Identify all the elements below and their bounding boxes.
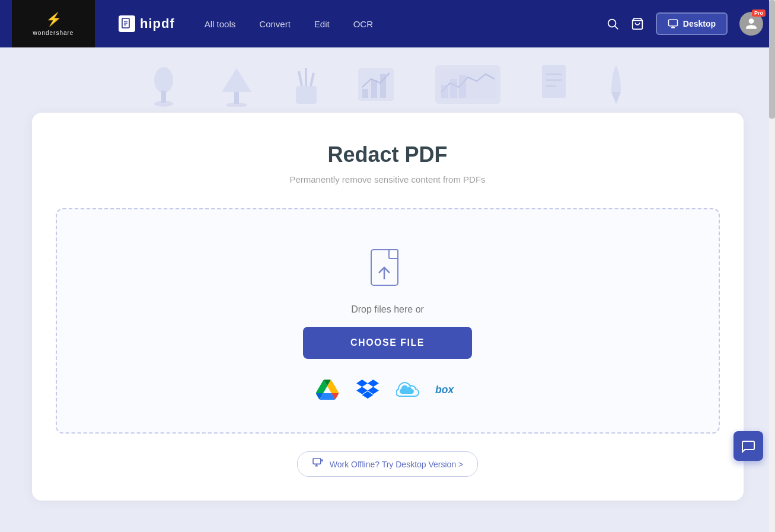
desktop-version-link[interactable]: Work Offline? Try Desktop Version > [56, 451, 720, 477]
pro-badge: Pro [752, 9, 766, 17]
chat-button[interactable] [733, 431, 763, 461]
svg-rect-29 [542, 65, 566, 98]
svg-rect-37 [313, 458, 321, 464]
wondershare-logo[interactable]: ⚡ wondershare [12, 0, 95, 47]
svg-rect-27 [450, 79, 457, 98]
search-button[interactable] [606, 17, 619, 30]
svg-rect-28 [459, 75, 466, 98]
svg-rect-26 [441, 85, 448, 98]
page-subtitle: Permanently remove sensitive content fro… [56, 174, 720, 184]
desktop-link-text: Work Offline? Try Desktop Version > [330, 460, 464, 469]
deco-monitor [432, 62, 503, 107]
desktop-link-icon [312, 458, 324, 470]
deco-pen [604, 62, 628, 107]
deco-plant [148, 62, 180, 107]
cart-button[interactable] [631, 17, 644, 30]
svg-line-5 [615, 26, 618, 29]
nav-ocr[interactable]: OCR [353, 19, 373, 29]
onedrive-button[interactable] [395, 377, 421, 403]
svg-line-19 [311, 73, 314, 86]
svg-line-17 [299, 71, 302, 86]
hipdf-label: hipdf [140, 16, 175, 31]
choose-file-button[interactable]: CHOOSE FILE [303, 327, 472, 359]
wondershare-text: wondershare [33, 30, 74, 36]
svg-rect-7 [668, 20, 677, 26]
svg-rect-16 [296, 86, 317, 104]
svg-point-15 [226, 103, 247, 107]
user-avatar[interactable]: Pro [739, 12, 763, 36]
scrollbar-thumb[interactable] [769, 0, 775, 119]
main-card: Redact PDF Permanently remove sensitive … [32, 113, 744, 501]
svg-point-12 [154, 101, 173, 107]
svg-rect-22 [371, 80, 377, 98]
svg-rect-34 [389, 250, 398, 259]
drop-zone[interactable]: Drop files here or CHOOSE FILE [56, 208, 720, 434]
svg-rect-14 [234, 92, 239, 104]
svg-rect-21 [362, 89, 368, 98]
deco-document [539, 62, 569, 107]
navbar: ⚡ wondershare hipdf All tools Convert Ed… [0, 0, 775, 47]
box-button[interactable]: box [435, 377, 461, 403]
deco-pencils [293, 62, 320, 107]
nav-actions: Desktop Pro [606, 12, 763, 36]
hipdf-logo[interactable]: hipdf [119, 15, 175, 32]
cloud-storage-icons: box [314, 377, 461, 403]
deco-chart [355, 62, 397, 107]
nav-edit[interactable]: Edit [314, 19, 330, 29]
nav-all-tools[interactable]: All tools [205, 19, 236, 29]
wondershare-icon: ⚡ [46, 12, 62, 27]
drop-text: Drop files here or [351, 304, 424, 315]
scrollbar[interactable] [769, 0, 775, 532]
dropbox-button[interactable] [355, 377, 381, 403]
page-title: Redact PDF [56, 142, 720, 167]
nav-convert[interactable]: Convert [259, 19, 291, 29]
hipdf-icon-box [119, 15, 135, 32]
google-drive-button[interactable] [314, 377, 340, 403]
hero-background [0, 47, 775, 107]
svg-marker-13 [222, 68, 251, 92]
deco-lamp [216, 62, 257, 107]
desktop-btn-label: Desktop [683, 19, 716, 28]
desktop-link-anchor[interactable]: Work Offline? Try Desktop Version > [297, 451, 479, 477]
main-content: Redact PDF Permanently remove sensitive … [0, 107, 775, 532]
upload-icon [367, 245, 409, 292]
svg-point-4 [608, 20, 615, 27]
nav-links: All tools Convert Edit OCR [205, 19, 594, 29]
svg-point-10 [154, 67, 173, 93]
hero-decorations [0, 62, 775, 107]
desktop-button[interactable]: Desktop [656, 12, 728, 35]
svg-text:box: box [435, 384, 454, 396]
